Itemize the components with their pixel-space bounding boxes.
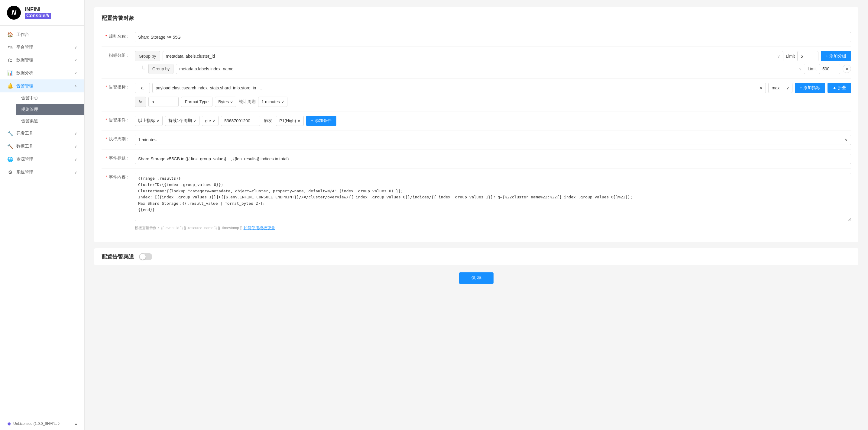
event-content-label: * 事件内容： <box>101 173 135 180</box>
metric-field-select[interactable]: payload.elasticsearch.index_stats.shard_… <box>152 83 766 93</box>
bytes-select[interactable]: Bytes ∨ <box>215 97 236 107</box>
metric-func-select[interactable]: max ∨ <box>768 83 793 93</box>
event-title-content <box>135 154 851 164</box>
alert-submenu: 告警中心 规则管理 告警渠道 <box>0 92 84 127</box>
sidebar-item-data-mgmt[interactable]: 🗂 数据管理 ∨ <box>0 54 84 66</box>
event-title-input[interactable] <box>135 154 851 164</box>
template-link[interactable]: 如何使用模板变量 <box>244 226 275 230</box>
exec-period-row: * 执行周期： 1 minutes ∨ <box>101 130 851 150</box>
data-analysis-arrow: ∨ <box>74 71 77 75</box>
rule-name-input[interactable] <box>135 32 851 42</box>
sidebar-item-platform[interactable]: 🛍 平台管理 ∨ <box>0 41 84 54</box>
collapse-button[interactable]: ▲ 折叠 <box>828 83 851 93</box>
limit-label-1: Limit <box>786 54 795 59</box>
exec-period-label: * 执行周期： <box>101 135 135 142</box>
system-icon: ⚙ <box>7 169 13 175</box>
logo-circle: N <box>6 5 22 21</box>
cond-value-input[interactable] <box>221 115 260 126</box>
fx-row: fx Format Type Bytes ∨ 统计周期 1 minutes ∨ <box>135 97 851 107</box>
logo-area: N INFINI Console /// <box>0 0 84 26</box>
home-icon: 🏠 <box>7 32 13 37</box>
logo-slashes: /// <box>45 13 49 19</box>
groupby1-arrow-icon: ∨ <box>777 54 780 59</box>
data-tools-icon: 🔨 <box>7 143 13 149</box>
add-group-button[interactable]: + 添加分组 <box>821 51 851 61</box>
save-button[interactable]: 保 存 <box>459 272 494 284</box>
exec-period-content: 1 minutes ∨ <box>135 135 851 145</box>
add-condition-button[interactable]: + 添加条件 <box>306 115 336 126</box>
metric-group-label: 指标分组： <box>101 51 135 58</box>
page-form: 配置告警对象 * 规则名称： 指标分组： Group by metadata.l <box>94 7 858 242</box>
limit-label-2: Limit <box>808 66 817 71</box>
groupby-select-2[interactable]: metadata.labels.index_name ∨ <box>176 64 805 74</box>
alert-icon: 🔔 <box>7 83 13 89</box>
metric-input-row: payload.elasticsearch.index_stats.shard_… <box>135 83 851 93</box>
main-content: 配置告警对象 * 规则名称： 指标分组： Group by metadata.l <box>85 0 868 430</box>
rule-name-label: * 规则名称： <box>101 32 135 39</box>
toggle-knob <box>140 254 146 260</box>
delete-group-button[interactable]: ✕ <box>843 65 851 73</box>
close-icon: ✕ <box>845 66 849 72</box>
logo-infini: INFINI <box>25 7 51 13</box>
condition-row: 以上指标 ∨ 持续1个周期 ∨ gte ∨ 触发 P1(High) <box>135 115 851 126</box>
data-analysis-icon: 📊 <box>7 70 13 76</box>
limit-input-2[interactable] <box>819 64 840 74</box>
alert-metric-label: * 告警指标： <box>101 83 135 90</box>
sidebar-item-workbench[interactable]: 🏠 工作台 <box>0 28 84 41</box>
alert-condition-row: * 告警条件： 以上指标 ∨ 持续1个周期 ∨ gte ∨ <box>101 111 851 130</box>
required-star-content: * <box>105 174 107 179</box>
cond-above-select[interactable]: 以上指标 ∨ <box>135 115 163 126</box>
period-arrow-icon: ∨ <box>281 99 284 104</box>
period-stat-select[interactable]: 1 minutes ∨ <box>258 97 287 107</box>
format-type-button[interactable]: Format Type <box>181 97 213 107</box>
bytes-arrow-icon: ∨ <box>230 99 233 104</box>
event-content-textarea[interactable]: {{range .results}} ClusterID:{{index .gr… <box>135 173 851 221</box>
groupby-row-2: └ Group by metadata.labels.index_name ∨ … <box>135 64 851 74</box>
limit-input-1[interactable] <box>797 51 818 61</box>
platform-icon: 🛍 <box>7 45 13 50</box>
connector-icon: └ <box>141 66 145 72</box>
rule-name-content <box>135 32 851 42</box>
sidebar-item-alert-center[interactable]: 告警中心 <box>16 92 84 104</box>
data-tools-arrow: ∨ <box>74 144 77 148</box>
alert-metric-row: * 告警指标： payload.elasticsearch.index_stat… <box>101 78 851 111</box>
dev-tools-arrow: ∨ <box>74 131 77 136</box>
metric-var-input[interactable] <box>135 83 150 93</box>
metric-group-row: 指标分组： Group by metadata.labels.cluster_i… <box>101 47 851 78</box>
groupby-select-1[interactable]: metadata.labels.cluster_id ∨ <box>163 51 784 61</box>
sidebar-item-alert-channel[interactable]: 告警渠道 <box>16 115 84 127</box>
alert-arrow: ∧ <box>74 84 77 88</box>
fx-label: fx <box>135 97 146 107</box>
sidebar-item-rule-mgmt[interactable]: 规则管理 <box>16 104 84 115</box>
sidebar-item-dev-tools[interactable]: 🔧 开发工具 ∨ <box>0 127 84 140</box>
sidebar-license[interactable]: ◆ UnLicensed (1.0.0_SNAP... > ≡ <box>0 417 84 430</box>
cond-op-select[interactable]: gte ∨ <box>202 115 218 126</box>
add-metric-button[interactable]: + 添加指标 <box>795 83 825 93</box>
groupby-row-1: Group by metadata.labels.cluster_id ∨ Li… <box>135 51 851 61</box>
sidebar-item-resource[interactable]: 🌐 资源管理 ∨ <box>0 153 84 166</box>
groupby-label-1: Group by <box>135 51 160 61</box>
fx-var-input[interactable] <box>148 97 179 107</box>
cond-priority-select[interactable]: P1(High) ∨ <box>276 115 304 126</box>
sidebar-item-system[interactable]: ⚙ 系统管理 ∨ <box>0 166 84 179</box>
channel-toggle[interactable] <box>139 253 152 260</box>
logo-text: INFINI Console /// <box>25 7 51 19</box>
sidebar: N INFINI Console /// 🏠 工作台 🛍 平台管理 ∨ 🗂 数据… <box>0 0 85 430</box>
alert-metric-content: payload.elasticsearch.index_stats.shard_… <box>135 83 851 107</box>
exec-period-select[interactable]: 1 minutes ∨ <box>135 135 851 145</box>
sidebar-item-data-analysis[interactable]: 📊 数据分析 ∨ <box>0 66 84 79</box>
alert-condition-label: * 告警条件： <box>101 115 135 123</box>
cond-period-select[interactable]: 持续1个周期 ∨ <box>165 115 199 126</box>
alert-condition-content: 以上指标 ∨ 持续1个周期 ∨ gte ∨ 触发 P1(High) <box>135 115 851 126</box>
channel-config-section: 配置告警渠道 <box>94 248 858 265</box>
cond-priority-arrow-icon: ∨ <box>298 119 301 123</box>
sidebar-item-alert-mgmt[interactable]: 🔔 告警管理 ∧ <box>0 79 84 92</box>
sidebar-item-data-tools[interactable]: 🔨 数据工具 ∨ <box>0 140 84 153</box>
required-star: * <box>105 34 107 39</box>
metric-field-arrow-icon: ∨ <box>760 86 763 90</box>
cond-above-arrow-icon: ∨ <box>156 119 159 123</box>
metric-func-arrow-icon: ∨ <box>786 86 789 90</box>
event-content-area: {{range .results}} ClusterID:{{index .gr… <box>135 173 851 231</box>
logo-n-letter: N <box>11 9 16 16</box>
event-content-row: * 事件内容： {{range .results}} ClusterID:{{i… <box>101 168 851 235</box>
